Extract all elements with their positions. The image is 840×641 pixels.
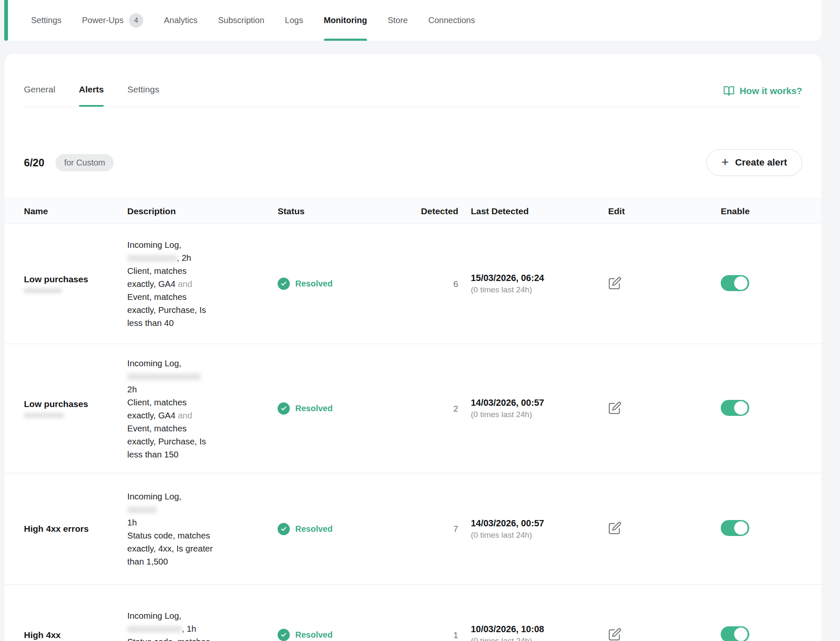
- description-text: less than 40: [127, 318, 174, 328]
- check-circle-icon: [278, 523, 290, 535]
- last-detected-cell: 10/03/2026, 10:08(0 times last 24h): [458, 624, 608, 641]
- status-badge: Resolved: [278, 629, 404, 641]
- nav-tab-label: Connections: [428, 16, 475, 25]
- alert-description: Incoming Log,, 1hStatus code, matchesexa…: [127, 609, 278, 641]
- description-line: [127, 370, 278, 383]
- toggle-knob: [734, 628, 748, 641]
- description-line: 2h: [127, 383, 278, 396]
- description-line: exactly, Purchase, Is: [127, 435, 278, 448]
- redacted-text: [127, 626, 182, 633]
- description-line: exactly, 4xx, Is greater: [127, 542, 278, 555]
- nav-tab-label: Monitoring: [324, 16, 367, 25]
- edit-alert-button[interactable]: [608, 401, 622, 415]
- col-header-name: Name: [24, 206, 127, 216]
- description-text: Incoming Log,: [127, 491, 181, 501]
- enable-toggle[interactable]: [721, 626, 749, 641]
- subtab-alerts[interactable]: Alerts: [79, 83, 104, 107]
- redacted-name-subtext: [24, 413, 64, 418]
- description-line: 1h: [127, 516, 278, 529]
- col-header-status: Status: [278, 206, 404, 216]
- edit-alert-button[interactable]: [608, 627, 622, 641]
- status-label: Resolved: [295, 630, 333, 640]
- col-header-last-detected: Last Detected: [458, 206, 608, 216]
- nav-tab-logs[interactable]: Logs: [285, 0, 303, 41]
- description-text: Incoming Log,: [127, 611, 181, 620]
- redacted-name-subtext: [24, 288, 62, 293]
- last-detected-cell: 14/03/2026, 00:57(0 times last 24h): [458, 518, 608, 540]
- nav-tab-power-ups[interactable]: Power-Ups4: [82, 0, 143, 41]
- status-badge: Resolved: [278, 278, 404, 290]
- description-line: less than 40: [127, 316, 278, 329]
- for-custom-badge: for Custom: [55, 154, 114, 171]
- nav-tab-subscription[interactable]: Subscription: [218, 0, 264, 41]
- edit-pencil-icon: [608, 628, 622, 641]
- nav-tab-store[interactable]: Store: [388, 0, 408, 41]
- nav-tab-label: Subscription: [218, 16, 264, 25]
- description-text: Event, matches: [127, 292, 186, 302]
- enable-toggle[interactable]: [721, 400, 749, 416]
- plus-icon: +: [722, 156, 729, 168]
- last-detected-date: 14/03/2026, 00:57: [471, 518, 608, 529]
- top-nav: SettingsPower-Ups4AnalyticsSubscriptionL…: [4, 0, 822, 41]
- last-detected-note: (0 times last 24h): [471, 531, 608, 540]
- enable-cell: [721, 626, 822, 641]
- table-row: Low purchasesIncoming Log,2hClient, matc…: [5, 344, 822, 473]
- last-detected-note: (0 times last 24h): [471, 285, 608, 294]
- description-text: and: [178, 279, 192, 289]
- nav-tab-label: Settings: [31, 16, 61, 25]
- enable-toggle[interactable]: [721, 275, 749, 291]
- table-header-row: Name Description Status Detected Last De…: [5, 198, 822, 224]
- subtab-general[interactable]: General: [24, 83, 55, 107]
- enable-cell: [721, 520, 822, 538]
- last-detected-note: (0 times last 24h): [471, 636, 608, 641]
- subtab-settings[interactable]: Settings: [127, 83, 159, 107]
- subtabs-row: GeneralAlertsSettings How it works?: [24, 54, 802, 107]
- alert-name-cell: High 4xx: [24, 630, 127, 640]
- table-body: Low purchasesIncoming Log,, 2hClient, ma…: [5, 224, 822, 641]
- last-detected-date: 10/03/2026, 10:08: [471, 624, 608, 635]
- alert-description: Incoming Log,1hStatus code, matchesexact…: [127, 490, 278, 568]
- enable-toggle[interactable]: [721, 520, 749, 536]
- create-alert-button[interactable]: + Create alert: [706, 149, 802, 176]
- edit-alert-button[interactable]: [608, 521, 622, 535]
- description-line: Status code, matches: [127, 529, 278, 542]
- description-text: , 1h: [182, 624, 196, 633]
- edit-pencil-icon: [608, 276, 622, 290]
- edit-pencil-icon: [608, 401, 622, 415]
- detected-count: 7: [404, 524, 458, 534]
- alert-description: Incoming Log,, 2hClient, matchesexactly,…: [127, 238, 278, 329]
- description-line: exactly, GA4 and: [127, 409, 278, 422]
- description-text: less than 150: [127, 449, 178, 459]
- description-text: Client, matches: [127, 397, 186, 407]
- nav-tab-label: Store: [388, 16, 408, 25]
- description-text: exactly, GA4: [127, 410, 178, 420]
- description-line: Client, matches: [127, 264, 278, 277]
- nav-tab-label: Logs: [285, 16, 303, 25]
- alerts-count-row: 6/20 for Custom + Create alert: [24, 149, 802, 176]
- description-line: Incoming Log,: [127, 357, 278, 370]
- description-text: exactly, Purchase, Is: [127, 436, 206, 446]
- status-badge: Resolved: [278, 402, 404, 415]
- nav-tab-monitoring[interactable]: Monitoring: [324, 0, 367, 41]
- detected-count: 6: [404, 279, 458, 289]
- edit-pencil-icon: [608, 521, 622, 535]
- description-line: Incoming Log,: [127, 609, 278, 622]
- redacted-text: [127, 255, 177, 262]
- last-detected-note: (0 times last 24h): [471, 410, 608, 419]
- nav-tab-connections[interactable]: Connections: [428, 0, 475, 41]
- description-text: Client, matches: [127, 266, 186, 276]
- edit-alert-button[interactable]: [608, 276, 622, 290]
- nav-tab-label: Analytics: [164, 16, 197, 25]
- nav-tab-settings[interactable]: Settings: [31, 0, 61, 41]
- alert-name: Low purchases: [24, 399, 127, 409]
- nav-tab-analytics[interactable]: Analytics: [164, 0, 197, 41]
- edit-cell: [608, 627, 721, 641]
- description-text: 2h: [127, 384, 137, 394]
- table-row: Low purchasesIncoming Log,, 2hClient, ma…: [5, 224, 822, 344]
- description-line: Incoming Log,: [127, 490, 278, 503]
- col-header-description: Description: [127, 206, 278, 216]
- how-it-works-link[interactable]: How it works?: [723, 85, 802, 107]
- toggle-knob: [734, 401, 748, 415]
- monitoring-panel: GeneralAlertsSettings How it works? 6/20…: [5, 54, 822, 641]
- description-text: Incoming Log,: [127, 358, 181, 368]
